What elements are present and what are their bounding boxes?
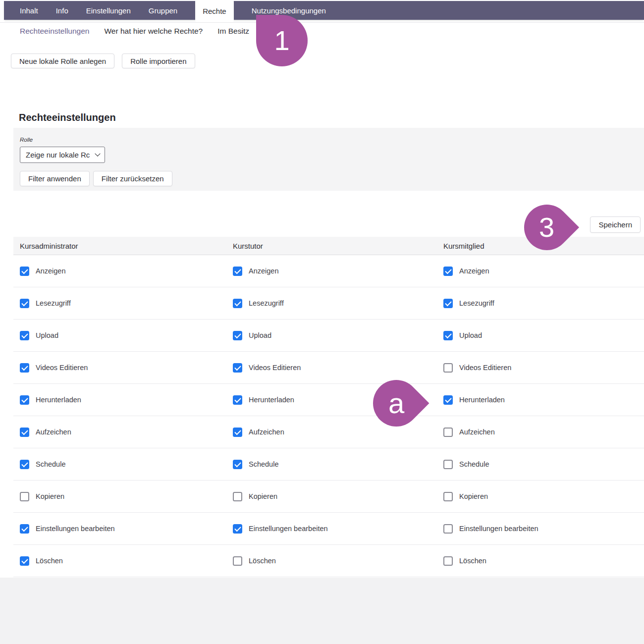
- permission-label: Herunterladen: [459, 396, 505, 404]
- permission-checkbox[interactable]: [20, 267, 29, 276]
- permission-checkbox[interactable]: [443, 460, 453, 469]
- permission-cell: Aufzeichen: [437, 428, 644, 437]
- table-row: LesezugriffLesezugriffLesezugriff: [13, 287, 644, 320]
- filter-panel: Rolle Zeige nur lokale Rc Filter anwende…: [13, 128, 644, 191]
- permission-label: Upload: [249, 331, 271, 339]
- tab-nutzungsbedingungen[interactable]: Nutzungsbedingungen: [252, 6, 326, 15]
- permission-checkbox[interactable]: [20, 460, 29, 469]
- permission-cell: Lesezugriff: [13, 299, 226, 308]
- apply-filter-button[interactable]: Filter anwenden: [20, 171, 90, 186]
- permission-checkbox[interactable]: [233, 395, 242, 405]
- permission-label: Upload: [36, 331, 58, 339]
- save-button[interactable]: Speichern: [590, 216, 641, 233]
- permission-checkbox[interactable]: [20, 363, 29, 373]
- permission-cell: Schedule: [13, 460, 226, 469]
- subnav-wer-hat-welche-rechte[interactable]: Wer hat hier welche Rechte?: [104, 27, 203, 36]
- permission-checkbox[interactable]: [20, 299, 29, 308]
- permission-checkbox[interactable]: [20, 428, 29, 437]
- annotation-label: a: [388, 389, 404, 418]
- permission-label: Kopieren: [36, 492, 64, 500]
- permission-checkbox[interactable]: [233, 299, 242, 308]
- subnav-im-besitz[interactable]: Im Besitz: [217, 27, 249, 36]
- permission-checkbox[interactable]: [20, 331, 29, 340]
- role-actions: Neue lokale Rolle anlegen Rolle importie…: [11, 54, 195, 68]
- permission-cell: Aufzeichen: [226, 428, 437, 437]
- permission-checkbox[interactable]: [20, 492, 29, 501]
- permission-checkbox[interactable]: [233, 428, 242, 437]
- permission-label: Löschen: [459, 557, 486, 565]
- permission-label: Aufzeichen: [36, 428, 71, 436]
- permission-checkbox[interactable]: [233, 363, 242, 373]
- import-role-button[interactable]: Rolle importieren: [122, 54, 195, 68]
- subnav-rechteeinstellungen[interactable]: Rechteeinstellungen: [20, 27, 89, 36]
- annotation-balloon-1: 1: [256, 15, 308, 66]
- permission-cell: Lesezugriff: [437, 299, 644, 308]
- permission-label: Schedule: [36, 460, 65, 468]
- table-row: Videos EditierenVideos EditierenVideos E…: [13, 352, 644, 384]
- annotation-label: 3: [539, 214, 554, 241]
- permission-label: Anzeigen: [36, 267, 65, 275]
- tab-inhalt[interactable]: Inhalt: [20, 6, 38, 15]
- permissions-table: Kursadministrator Kurstutor Kursmitglied…: [13, 237, 644, 577]
- permission-label: Schedule: [249, 460, 278, 468]
- permission-label: Videos Editieren: [459, 364, 511, 372]
- tab-rechte[interactable]: Rechte: [195, 0, 234, 22]
- permission-label: Videos Editieren: [249, 364, 301, 372]
- permission-label: Aufzeichen: [249, 428, 284, 436]
- permission-label: Löschen: [249, 557, 276, 565]
- new-local-role-button[interactable]: Neue lokale Rolle anlegen: [11, 54, 114, 68]
- permission-checkbox[interactable]: [443, 492, 453, 501]
- header-divider: [0, 22, 644, 23]
- annotation-label: 1: [274, 27, 289, 54]
- permission-cell: Videos Editieren: [13, 363, 226, 373]
- reset-filter-button[interactable]: Filter zurücksetzen: [93, 171, 172, 186]
- permission-checkbox[interactable]: [233, 492, 242, 501]
- table-row: HerunterladenHerunterladenHerunterladen: [13, 384, 644, 416]
- permission-checkbox[interactable]: [443, 556, 453, 566]
- permission-cell: Einstellungen bearbeiten: [13, 524, 226, 534]
- table-row: UploadUploadUpload: [13, 320, 644, 352]
- permission-checkbox[interactable]: [233, 524, 242, 534]
- tab-info[interactable]: Info: [56, 6, 68, 15]
- permission-label: Herunterladen: [36, 396, 81, 404]
- permission-checkbox[interactable]: [443, 331, 453, 340]
- tab-gruppen[interactable]: Gruppen: [149, 6, 177, 15]
- permission-label: Löschen: [36, 557, 63, 565]
- permission-label: Einstellungen bearbeiten: [459, 525, 538, 533]
- permission-checkbox[interactable]: [233, 460, 242, 469]
- permission-checkbox[interactable]: [443, 267, 453, 276]
- permission-checkbox[interactable]: [443, 299, 453, 308]
- permission-checkbox[interactable]: [233, 267, 242, 276]
- tab-einstellungen[interactable]: Einstellungen: [86, 6, 131, 15]
- permission-label: Videos Editieren: [36, 364, 88, 372]
- permission-label: Herunterladen: [249, 396, 294, 404]
- table-row: AnzeigenAnzeigenAnzeigen: [13, 255, 644, 287]
- permission-checkbox[interactable]: [443, 363, 453, 373]
- permission-cell: Upload: [437, 331, 644, 340]
- page: Inhalt Info Einstellungen Gruppen Rechte…: [0, 0, 644, 644]
- table-row: ScheduleScheduleSchedule: [13, 448, 644, 481]
- permission-cell: Kopieren: [226, 492, 437, 501]
- permission-checkbox[interactable]: [443, 524, 453, 534]
- permission-checkbox[interactable]: [20, 556, 29, 566]
- permission-cell: Videos Editieren: [437, 363, 644, 373]
- permission-cell: Kopieren: [13, 492, 226, 501]
- table-row: AufzeichenAufzeichenAufzeichen: [13, 416, 644, 448]
- table-row: KopierenKopierenKopieren: [13, 481, 644, 513]
- permission-checkbox[interactable]: [443, 395, 453, 405]
- permission-cell: Löschen: [13, 556, 226, 566]
- role-select[interactable]: Zeige nur lokale Rc: [20, 147, 105, 163]
- permission-checkbox[interactable]: [443, 428, 453, 437]
- permission-checkbox[interactable]: [233, 556, 242, 566]
- permission-checkbox[interactable]: [233, 331, 242, 340]
- permissions-table-body: AnzeigenAnzeigenAnzeigenLesezugriffLesez…: [13, 255, 644, 577]
- permission-checkbox[interactable]: [20, 524, 29, 534]
- permission-cell: Herunterladen: [13, 395, 226, 405]
- permission-checkbox[interactable]: [20, 395, 29, 405]
- permission-cell: Lesezugriff: [226, 299, 437, 308]
- permission-cell: Videos Editieren: [226, 363, 437, 373]
- permission-cell: Einstellungen bearbeiten: [226, 524, 437, 534]
- permission-label: Kopieren: [459, 492, 488, 500]
- permission-cell: Anzeigen: [13, 267, 226, 276]
- permission-label: Lesezugriff: [459, 299, 494, 307]
